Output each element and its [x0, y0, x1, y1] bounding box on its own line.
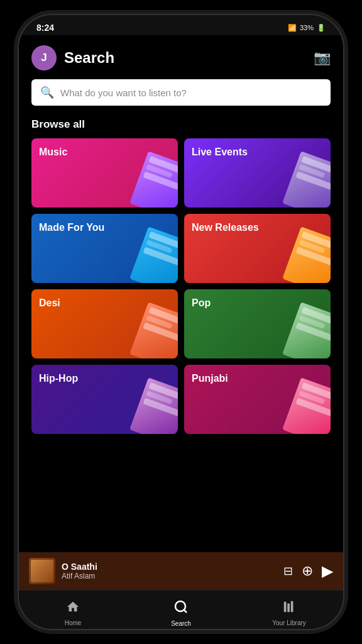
category-label-punjabi: Punjabi [192, 372, 228, 384]
category-card-desi[interactable]: Desi [31, 289, 178, 358]
signal-icon: 📶 [288, 24, 297, 32]
category-card-made-for-you[interactable]: Made For You [31, 214, 178, 283]
category-grid: Music Live Events [19, 138, 343, 434]
header-left: J Search [31, 45, 114, 70]
battery-icon: 🔋 [317, 24, 326, 32]
browse-label: Browse all [19, 116, 343, 138]
status-icons: 📶 33% 🔋 [288, 24, 326, 32]
search-input-placeholder: What do you want to listen to? [60, 87, 187, 98]
app-content: J Search 📷 🔍 What do you want to listen … [19, 35, 343, 552]
category-card-punjabi[interactable]: Punjabi [184, 365, 331, 434]
category-label-made-for-you: Made For You [39, 221, 104, 233]
category-card-hip-hop[interactable]: Hip-Hop [31, 365, 178, 434]
nav-label-home: Home [65, 619, 82, 626]
category-art-desi [129, 302, 178, 358]
header: J Search 📷 [19, 35, 343, 77]
nav-item-library[interactable]: Your Library [235, 600, 343, 626]
category-card-music[interactable]: Music [31, 138, 178, 208]
nav-label-search: Search [171, 620, 191, 627]
category-art-punjabi [282, 377, 331, 434]
svg-line-1 [184, 609, 187, 612]
np-controls: ⊟ ⊕ ▶ [283, 562, 333, 580]
category-label-pop: Pop [192, 297, 211, 309]
avatar[interactable]: J [31, 45, 57, 70]
category-art-music [129, 151, 178, 208]
svg-point-0 [175, 601, 185, 611]
nav-label-library: Your Library [272, 619, 306, 626]
category-card-live-events[interactable]: Live Events [184, 138, 331, 208]
category-label-hip-hop: Hip-Hop [39, 372, 78, 384]
np-title: O Saathi [62, 562, 277, 572]
np-thumbnail [29, 558, 55, 584]
camera-icon[interactable]: 📷 [314, 50, 331, 66]
library-icon [282, 600, 296, 618]
svg-rect-3 [287, 603, 290, 612]
category-label-desi: Desi [39, 297, 60, 309]
status-bar: 8:24 📶 33% 🔋 [19, 15, 343, 35]
category-card-pop[interactable]: Pop [184, 289, 331, 358]
svg-rect-4 [291, 601, 293, 611]
phone-frame: 8:24 📶 33% 🔋 J Search 📷 🔍 What do you wa… [18, 14, 344, 630]
category-art-made-for-you [129, 226, 178, 283]
np-connect-button[interactable]: ⊟ [283, 564, 293, 578]
status-time: 8:24 [36, 23, 54, 33]
search-nav-icon [173, 599, 189, 618]
category-label-live-events: Live Events [192, 146, 248, 158]
home-icon [66, 600, 80, 618]
nav-item-search[interactable]: Search [127, 599, 235, 627]
category-label-new-releases: New Releases [192, 221, 259, 233]
category-label-music: Music [39, 146, 67, 158]
page-title: Search [64, 49, 114, 67]
np-add-button[interactable]: ⊕ [302, 563, 313, 579]
category-card-new-releases[interactable]: New Releases [184, 214, 331, 283]
battery-text: 33% [300, 24, 314, 31]
np-artist: Atif Aslam [62, 572, 277, 580]
np-play-button[interactable]: ▶ [322, 562, 333, 580]
category-art-live-events [282, 151, 331, 208]
category-art-hip-hop [129, 377, 178, 434]
category-art-pop [282, 302, 331, 358]
np-info: O Saathi Atif Aslam [62, 562, 277, 580]
nav-item-home[interactable]: Home [19, 600, 127, 626]
search-bar[interactable]: 🔍 What do you want to listen to? [31, 79, 331, 106]
category-art-new-releases [282, 226, 331, 283]
search-icon: 🔍 [40, 86, 54, 99]
bottom-nav: Home Search Your Library [19, 590, 343, 630]
now-playing-bar[interactable]: O Saathi Atif Aslam ⊟ ⊕ ▶ [19, 552, 343, 590]
svg-rect-2 [284, 601, 287, 612]
